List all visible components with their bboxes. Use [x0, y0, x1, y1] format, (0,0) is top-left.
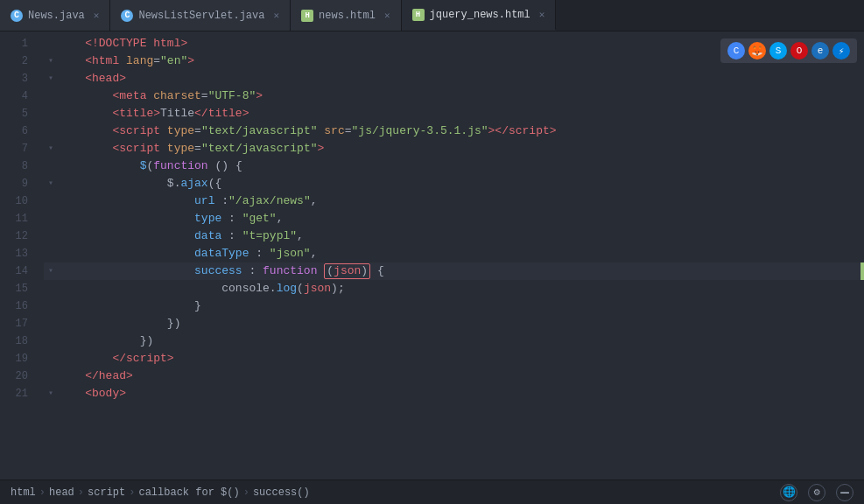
- fold-6: [44, 122, 58, 140]
- tab-label: News.java: [28, 10, 85, 22]
- ln-3: 3: [7, 70, 28, 88]
- fold-14[interactable]: ▾: [44, 262, 58, 280]
- tab-bar: C News.java ✕ C NewsListServlet.java ✕ H…: [0, 0, 864, 32]
- fold-18: [44, 332, 58, 350]
- fold-11: [44, 210, 58, 228]
- fold-4: [44, 88, 58, 105]
- code-editor[interactable]: C 🦊 S O e ⚡ <!DOCTYPE html> ▾ <html lang…: [37, 32, 864, 480]
- tab-label2: NewsListServlet.java: [138, 10, 264, 22]
- code-line-3: ▾ <head>: [44, 70, 864, 88]
- code-line-17: }): [44, 315, 864, 332]
- fold-7[interactable]: ▾: [44, 140, 58, 158]
- code-line-4: <meta charset="UTF-8">: [44, 88, 864, 105]
- code-line-6: <script type="text/javascript" src="js/j…: [44, 122, 864, 140]
- ln-11: 11: [7, 210, 28, 228]
- fold-13: [44, 245, 58, 262]
- code-line-1: <!DOCTYPE html>: [44, 35, 864, 52]
- tab-news-html[interactable]: H news.html ✕: [291, 0, 401, 31]
- minus-status-icon[interactable]: —: [836, 484, 853, 501]
- globe-status-icon[interactable]: 🌐: [780, 484, 797, 501]
- fold-1: [44, 35, 58, 52]
- fold-9[interactable]: ▾: [44, 175, 58, 192]
- tab-close-news-html[interactable]: ✕: [384, 10, 390, 21]
- ln-7: 7: [7, 140, 28, 158]
- code-line-8: $(function () {: [44, 158, 864, 175]
- ln-1: 1: [7, 35, 28, 52]
- json-param-highlight: (json): [324, 263, 370, 279]
- code-line-12: data : "t=pypl",: [44, 228, 864, 245]
- code-line-15: console.log(json);: [44, 280, 864, 298]
- tab-label3: news.html: [319, 10, 376, 22]
- editor-container: 1 2 3 4 5 6 7 8 9 10 11 12 13 14 15 16 1…: [0, 32, 864, 480]
- tab-newslist-servlet[interactable]: C NewsListServlet.java ✕: [110, 0, 291, 31]
- code-line-14: ▾ success : function (json) {: [44, 262, 864, 280]
- fold-3[interactable]: ▾: [44, 70, 58, 88]
- ln-20: 20: [7, 368, 28, 385]
- java-icon: C: [11, 10, 23, 22]
- breadcrumb-script: script: [88, 486, 125, 499]
- java-icon2: C: [121, 10, 133, 22]
- ln-12: 12: [7, 228, 28, 245]
- ln-2: 2: [7, 52, 28, 70]
- ln-19: 19: [7, 350, 28, 368]
- ln-6: 6: [7, 122, 28, 140]
- green-indicator: [860, 262, 864, 280]
- ln-5: 5: [7, 105, 28, 122]
- line-numbers: 1 2 3 4 5 6 7 8 9 10 11 12 13 14 15 16 1…: [0, 32, 37, 480]
- fold-10: [44, 192, 58, 210]
- ln-21: 21: [7, 385, 28, 402]
- code-line-7: ▾ <script type="text/javascript">: [44, 140, 864, 158]
- fold-19: [44, 350, 58, 368]
- fold-8: [44, 158, 58, 175]
- tab-news-java[interactable]: C News.java ✕: [0, 0, 110, 31]
- code-line-18: }): [44, 332, 864, 350]
- fold-15: [44, 280, 58, 298]
- fold-16: [44, 298, 58, 315]
- tab-close-news-java[interactable]: ✕: [94, 10, 100, 21]
- fold-2[interactable]: ▾: [44, 52, 58, 70]
- html-icon: H: [301, 10, 313, 22]
- breadcrumb-callback: callback for $(): [138, 486, 239, 499]
- code-line-13: dataType : "json",: [44, 245, 864, 262]
- code-line-2: ▾ <html lang="en">: [44, 52, 864, 70]
- tab-jquery-news-html[interactable]: H jquery_news.html ✕: [402, 0, 557, 31]
- ln-14: 14: [7, 262, 28, 280]
- breadcrumb-html: html: [11, 486, 36, 499]
- code-line-16: }: [44, 298, 864, 315]
- fold-5: [44, 105, 58, 122]
- tab-label4: jquery_news.html: [430, 9, 530, 21]
- code-line-11: type : "get",: [44, 210, 864, 228]
- fold-12: [44, 228, 58, 245]
- code-line-5: <title>Title</title>: [44, 105, 864, 122]
- tab-close-jquery[interactable]: ✕: [539, 9, 545, 20]
- breadcrumb: html › head › script › callback for $() …: [11, 486, 310, 499]
- settings-status-icon[interactable]: ⚙: [808, 484, 825, 501]
- ln-9: 9: [7, 175, 28, 192]
- breadcrumb-success: success(): [253, 486, 310, 499]
- code-line-19: </script>: [44, 350, 864, 368]
- ln-18: 18: [7, 332, 28, 350]
- tab-close-newslist[interactable]: ✕: [273, 10, 279, 21]
- ln-4: 4: [7, 88, 28, 105]
- status-right: 🌐 ⚙ —: [780, 484, 853, 501]
- fold-17: [44, 315, 58, 332]
- code-line-20: </head>: [44, 368, 864, 385]
- ln-16: 16: [7, 298, 28, 315]
- ln-17: 17: [7, 315, 28, 332]
- code-line-21: ▾ <body>: [44, 385, 864, 402]
- code-line-9: ▾ $.ajax({: [44, 175, 864, 192]
- ln-13: 13: [7, 245, 28, 262]
- ln-10: 10: [7, 192, 28, 210]
- code-line-10: url :"/ajax/news",: [44, 192, 864, 210]
- status-bar: html › head › script › callback for $() …: [0, 480, 864, 504]
- html-icon2: H: [412, 9, 425, 21]
- fold-21[interactable]: ▾: [44, 385, 58, 402]
- ln-8: 8: [7, 158, 28, 175]
- fold-20: [44, 368, 58, 385]
- breadcrumb-head: head: [49, 486, 74, 499]
- ln-15: 15: [7, 280, 28, 298]
